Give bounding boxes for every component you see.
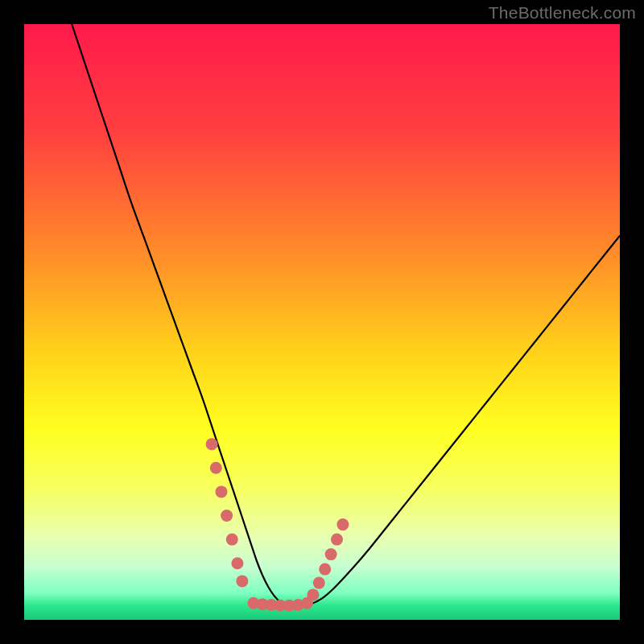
highlight-dot — [215, 485, 227, 497]
highlight-dot — [319, 564, 331, 576]
plot-area — [24, 24, 620, 620]
highlight-dot — [236, 575, 248, 587]
highlight-dot — [325, 548, 337, 560]
highlight-dot — [210, 462, 222, 474]
highlight-dot — [206, 438, 218, 450]
highlight-dot — [307, 588, 319, 601]
watermark-text: TheBottleneck.com — [489, 3, 636, 23]
highlight-dot — [221, 510, 233, 522]
highlight-dot — [313, 577, 325, 589]
curve-layer — [24, 24, 620, 620]
highlight-dot — [331, 534, 343, 546]
highlight-dots — [206, 438, 349, 612]
highlight-dot — [231, 557, 243, 569]
chart-frame: TheBottleneck.com — [0, 0, 644, 644]
highlight-dot — [336, 518, 349, 530]
highlight-dot — [226, 534, 238, 546]
